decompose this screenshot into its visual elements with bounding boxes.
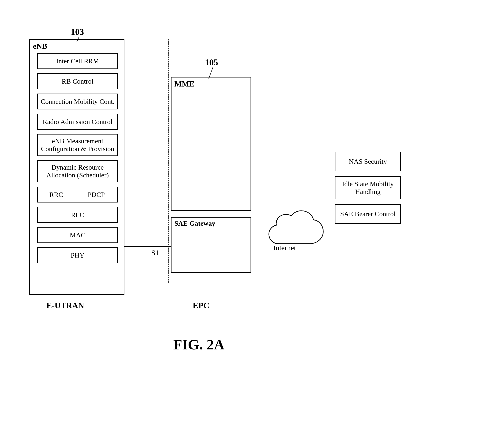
rlc-box: RLC: [37, 207, 118, 223]
eutran-label: E-UTRAN: [46, 301, 84, 310]
figure-label: FIG. 2A: [173, 336, 224, 353]
mme-title: MME: [174, 79, 194, 88]
inter-cell-rrm-box: Inter Cell RRM: [37, 53, 118, 69]
connection-mobility-box: Connection Mobility Cont.: [37, 94, 118, 109]
radio-admission-label: Radio Admission Control: [43, 118, 112, 126]
enb-block: eNB Inter Cell RRM RB Control Connection…: [29, 39, 124, 295]
sae-bearer-label: SAE Bearer Control: [340, 210, 395, 218]
dynamic-resource-box: Dynamic Resource Allocation (Scheduler): [37, 160, 118, 182]
rlc-label: RLC: [71, 211, 84, 219]
enb-title: eNB: [33, 42, 47, 51]
radio-admission-box: Radio Admission Control: [37, 114, 118, 130]
diagram-container: 103 eNB Inter Cell RRM RB Control Connec…: [15, 15, 498, 417]
inter-cell-rrm-label: Inter Cell RRM: [56, 57, 99, 65]
connection-mobility-label: Connection Mobility Cont.: [41, 98, 115, 106]
dynamic-resource-label: Dynamic Resource Allocation (Scheduler): [46, 164, 109, 179]
ref-105-label: 105: [205, 57, 218, 67]
ref-103-label: 103: [71, 27, 84, 37]
s1-line: [124, 246, 171, 247]
mac-box: MAC: [37, 227, 118, 243]
epc-label: EPC: [193, 301, 209, 310]
pdcp-label: PDCP: [88, 191, 105, 199]
nas-security-label: NAS Security: [349, 158, 387, 165]
enb-measurement-box: eNB Measurement Configuration & Provisio…: [37, 134, 118, 156]
rb-control-box: RB Control: [37, 73, 118, 89]
rrc-pdcp-row: RRC PDCP: [37, 187, 118, 202]
phy-box: PHY: [37, 247, 118, 263]
sae-gateway-block: SAE Gateway Mobility Anchoring: [171, 217, 251, 273]
phy-label: PHY: [71, 251, 84, 259]
internet-label: Internet: [273, 244, 296, 252]
sae-gateway-title: SAE Gateway: [174, 220, 215, 227]
rb-control-label: RB Control: [62, 77, 93, 85]
rrc-label: RRC: [49, 191, 63, 199]
rrc-box: RRC: [37, 187, 75, 202]
idle-state-box: Idle State Mobility Handling: [335, 176, 401, 199]
enb-measurement-label: eNB Measurement Configuration & Provisio…: [41, 137, 114, 153]
mme-block: MME NAS Security Idle State Mobility Han…: [171, 77, 251, 211]
sae-bearer-box: SAE Bearer Control: [335, 204, 401, 224]
s1-label: S1: [151, 249, 159, 257]
nas-security-box: NAS Security: [335, 152, 401, 171]
mac-label: MAC: [70, 231, 85, 239]
pdcp-box: PDCP: [75, 187, 118, 202]
idle-state-label: Idle State Mobility Handling: [342, 180, 394, 196]
